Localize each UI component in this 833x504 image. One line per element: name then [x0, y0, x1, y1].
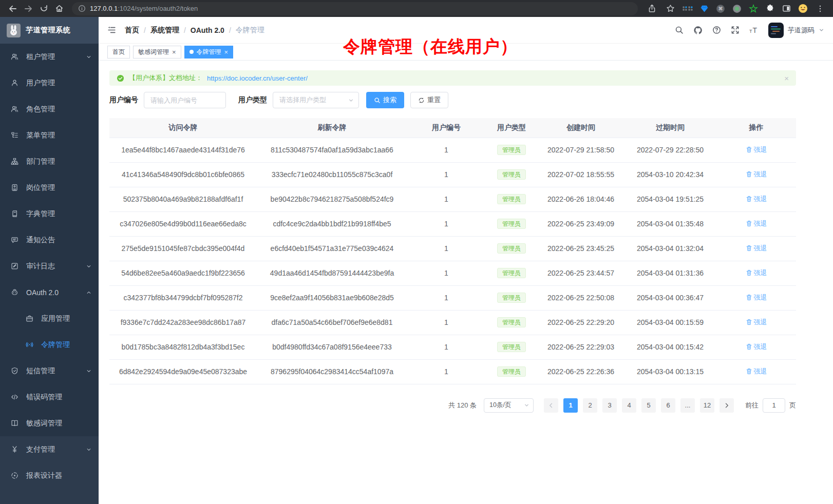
- browser-reload-button[interactable]: [37, 2, 50, 15]
- sidebar-item[interactable]: 菜单管理: [0, 122, 99, 148]
- force-logout-button[interactable]: 强退: [746, 367, 767, 376]
- users-icon: [11, 105, 18, 113]
- tab-item[interactable]: 首页: [107, 46, 130, 59]
- app-logo-bar[interactable]: 芋道管理系统: [0, 17, 99, 44]
- page-button[interactable]: 3: [602, 398, 617, 413]
- refresh-icon: [418, 97, 425, 104]
- close-icon[interactable]: ×: [784, 74, 789, 82]
- access-token-cell: 41c41346a548490f9dc8b01c6bfe0865: [109, 162, 257, 187]
- user-menu[interactable]: 芋道源码: [768, 23, 824, 38]
- sidebar-item[interactable]: OAuth 2.0: [0, 279, 99, 305]
- share-icon[interactable]: [645, 2, 658, 15]
- font-size-icon[interactable]: TT: [749, 26, 759, 34]
- sidebar-item[interactable]: 用户管理: [0, 70, 99, 96]
- access-token-cell: 1ea5e44f8bc1467aaede43144f31de76: [109, 138, 257, 162]
- total-count: 共 120 条: [448, 401, 477, 410]
- sidebar-item[interactable]: 错误码管理: [0, 384, 99, 410]
- breadcrumb-item[interactable]: 系统管理: [150, 26, 179, 35]
- force-logout-button[interactable]: 强退: [746, 318, 767, 327]
- force-logout-button[interactable]: 强退: [746, 145, 767, 154]
- trash-icon: [746, 220, 752, 227]
- chevron-up-icon: [86, 290, 91, 295]
- sidebar-menu-upper: 租户管理用户管理角色管理菜单管理部门管理岗位管理字典管理通知公告审计日志OAut…: [0, 44, 99, 436]
- user-id-label: 用户编号: [109, 95, 138, 105]
- page-button[interactable]: 1: [563, 398, 578, 413]
- expire-time-cell: 2054-03-04 01:31:36: [624, 261, 716, 285]
- page-button[interactable]: 12: [700, 398, 714, 413]
- user-type-select[interactable]: 请选择用户类型: [273, 92, 359, 108]
- tab-item[interactable]: 敏感词管理×: [133, 46, 181, 59]
- tab-item[interactable]: 令牌管理×: [184, 46, 234, 59]
- collapse-sidebar-icon[interactable]: [107, 26, 116, 34]
- help-icon[interactable]: [712, 26, 721, 34]
- sidebar-item[interactable]: 敏感词管理: [0, 410, 99, 436]
- profile-avatar-emoji[interactable]: [797, 3, 808, 14]
- bookmark-star-icon[interactable]: [664, 2, 677, 15]
- browser-menu-icon[interactable]: [813, 2, 827, 15]
- extension-star-icon[interactable]: [748, 3, 759, 14]
- browser-home-button[interactable]: [52, 2, 66, 15]
- sidebar: 芋道管理系统 租户管理用户管理角色管理菜单管理部门管理岗位管理字典管理通知公告审…: [0, 17, 99, 504]
- sidebar-item[interactable]: 租户管理: [0, 44, 99, 70]
- force-logout-button[interactable]: 强退: [746, 268, 767, 278]
- sidebar-item[interactable]: 岗位管理: [0, 175, 99, 201]
- sidebar-item[interactable]: 通知公告: [0, 227, 99, 253]
- more-pages-button[interactable]: ...: [680, 398, 695, 413]
- sidebar-item[interactable]: 应用管理: [0, 305, 99, 332]
- doc-link[interactable]: https://doc.iocoder.cn/user-center/: [207, 74, 308, 82]
- created-time-cell: 2022-06-25 23:49:09: [538, 211, 624, 236]
- force-logout-button[interactable]: 强退: [746, 342, 767, 352]
- yen-icon: [11, 445, 18, 453]
- extension-command-icon[interactable]: ⌘: [715, 3, 726, 14]
- browser-back-button[interactable]: [6, 2, 20, 15]
- trash-icon: [746, 196, 752, 202]
- user-id-input[interactable]: [144, 92, 226, 108]
- info-icon[interactable]: [78, 5, 86, 12]
- breadcrumb-item[interactable]: OAuth 2.0: [191, 26, 224, 34]
- close-icon[interactable]: ×: [224, 49, 229, 55]
- extensions-puzzle-icon[interactable]: [764, 3, 775, 14]
- user-id-cell: 1: [407, 310, 485, 335]
- sidebar-item[interactable]: 报表设计器: [0, 462, 99, 489]
- sidebar-item[interactable]: 字典管理: [0, 201, 99, 227]
- search-button[interactable]: 搜索: [366, 92, 404, 108]
- breadcrumb-item[interactable]: 首页: [125, 26, 139, 35]
- table-row: 275e5de9151045fe87cbdc395e004f4de6cfd40e…: [109, 236, 796, 261]
- trash-icon: [746, 269, 752, 276]
- sidebar-item[interactable]: 部门管理: [0, 148, 99, 175]
- prev-page-button[interactable]: [544, 398, 558, 413]
- force-logout-button[interactable]: 强退: [746, 293, 767, 302]
- svg-text:T: T: [749, 28, 752, 33]
- close-icon[interactable]: ×: [172, 49, 176, 55]
- force-logout-button[interactable]: 强退: [746, 244, 767, 253]
- address-bar[interactable]: 127.0.0.1:1024/system/oauth2/token: [72, 2, 638, 15]
- user-avatar: [768, 23, 784, 38]
- sidebar-item[interactable]: 审计日志: [0, 253, 99, 279]
- page-button[interactable]: 6: [661, 398, 675, 413]
- sidebar-item[interactable]: 令牌管理: [0, 332, 99, 358]
- page-size-select[interactable]: 10条/页: [484, 398, 534, 413]
- github-icon[interactable]: [693, 26, 703, 35]
- extension-record-icon[interactable]: [731, 3, 743, 14]
- extension-gem-icon[interactable]: [698, 3, 710, 14]
- extension-grid-icon[interactable]: [682, 3, 693, 14]
- force-logout-button[interactable]: 强退: [746, 195, 767, 204]
- page-button[interactable]: 2: [583, 398, 597, 413]
- page-button[interactable]: 5: [641, 398, 656, 413]
- sidebar-item[interactable]: 短信管理: [0, 358, 99, 384]
- sidebar-item[interactable]: 角色管理: [0, 96, 99, 122]
- reset-button[interactable]: 重置: [410, 92, 448, 108]
- fullscreen-icon[interactable]: [731, 26, 740, 34]
- force-logout-button[interactable]: 强退: [746, 170, 767, 179]
- access-token-cell: f9336e7c7dd242a283ee98dc86b17a87: [109, 310, 257, 335]
- sidebar-item[interactable]: 支付管理: [0, 436, 99, 462]
- browser-forward-button[interactable]: [22, 2, 35, 15]
- search-icon[interactable]: [675, 26, 684, 34]
- force-logout-button[interactable]: 强退: [746, 219, 767, 228]
- split-view-icon[interactable]: [781, 3, 792, 14]
- page-button[interactable]: 4: [622, 398, 636, 413]
- created-time-cell: 2022-06-25 22:29:03: [538, 335, 624, 359]
- next-page-button[interactable]: [720, 398, 734, 413]
- search-icon: [374, 97, 381, 104]
- goto-page-input[interactable]: [763, 398, 785, 413]
